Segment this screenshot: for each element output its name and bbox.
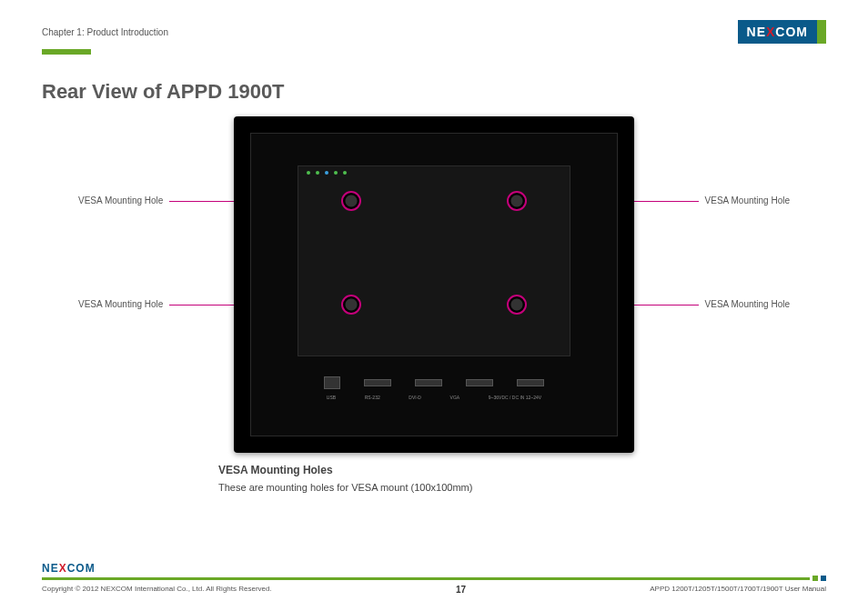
indicator-leds bbox=[307, 171, 347, 175]
section-text: These are mounting holes for VESA mount … bbox=[218, 482, 826, 493]
led-icon bbox=[343, 171, 347, 175]
port-vga-icon bbox=[466, 379, 493, 386]
accent-bar bbox=[42, 49, 91, 55]
device-rear: USB RS-232 DVI-D VGA 9~36VDC / DC IN 12~… bbox=[234, 116, 634, 453]
port-label: VGA bbox=[450, 395, 460, 400]
doc-title: APPD 1200T/1205T/1500T/1700T/1900T User … bbox=[650, 585, 826, 595]
header: Chapter 1: Product Introduction NEXCOM bbox=[42, 20, 826, 44]
footer: NEXCOM Copyright © 2012 NEXCOM Internati… bbox=[42, 561, 826, 595]
port-labels: USB RS-232 DVI-D VGA 9~36VDC / DC IN 12~… bbox=[312, 395, 556, 400]
led-icon bbox=[307, 171, 310, 175]
copyright-text: Copyright © 2012 NEXCOM International Co… bbox=[42, 585, 272, 595]
description-section: VESA Mounting Holes These are mounting h… bbox=[218, 464, 826, 493]
vesa-hole-icon bbox=[341, 191, 361, 211]
led-icon bbox=[316, 171, 319, 175]
port-usb-icon bbox=[324, 376, 340, 389]
port-dvid-icon bbox=[415, 379, 442, 386]
ports-row bbox=[312, 373, 556, 393]
callout-bottom-left: VESA Mounting Hole bbox=[78, 299, 163, 309]
page-title: Rear View of APPD 1900T bbox=[42, 80, 826, 104]
port-label: DVI-D bbox=[409, 395, 421, 400]
port-label: RS-232 bbox=[365, 395, 380, 400]
callout-top-right: VESA Mounting Hole bbox=[705, 195, 790, 205]
chapter-label: Chapter 1: Product Introduction bbox=[42, 27, 168, 37]
brand-logo: NEXCOM bbox=[738, 20, 826, 44]
footer-logo: NEXCOM bbox=[42, 561, 102, 576]
footer-separator bbox=[42, 576, 826, 581]
vesa-hole-icon bbox=[507, 295, 527, 315]
vesa-hole-icon bbox=[341, 295, 361, 315]
led-icon bbox=[334, 171, 338, 175]
port-dc-icon bbox=[517, 379, 544, 386]
port-label: USB bbox=[327, 395, 336, 400]
rear-view-diagram: VESA Mounting Hole VESA Mounting Hole VE… bbox=[42, 116, 826, 453]
callout-top-left: VESA Mounting Hole bbox=[78, 195, 163, 205]
page-number: 17 bbox=[456, 585, 466, 595]
section-heading: VESA Mounting Holes bbox=[218, 464, 826, 476]
callout-bottom-right: VESA Mounting Hole bbox=[705, 299, 790, 309]
port-rs232-icon bbox=[364, 379, 391, 386]
center-panel bbox=[298, 165, 570, 356]
led-icon bbox=[325, 171, 328, 175]
vesa-hole-icon bbox=[507, 191, 527, 211]
port-label: 9~36VDC / DC IN 12~24V bbox=[489, 395, 541, 400]
